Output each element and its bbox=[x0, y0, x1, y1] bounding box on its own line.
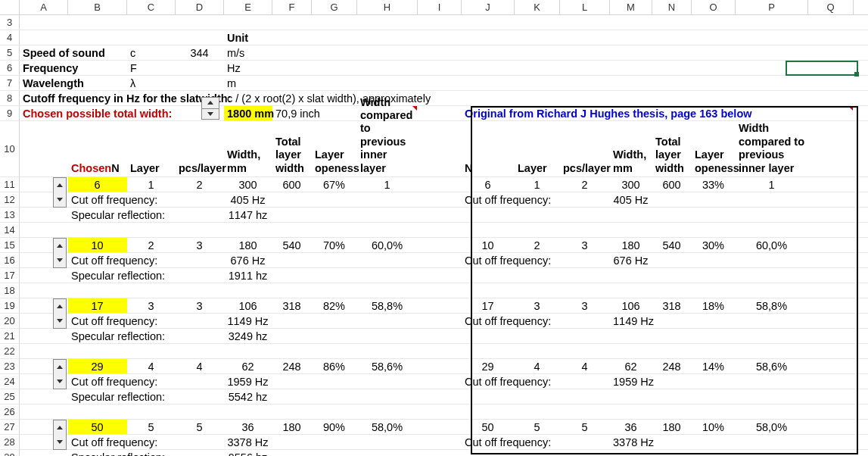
layer-val[interactable]: 1 bbox=[127, 177, 176, 192]
cell[interactable] bbox=[272, 61, 312, 75]
cell[interactable] bbox=[127, 15, 176, 30]
cell[interactable] bbox=[462, 30, 515, 45]
cell[interactable] bbox=[176, 253, 224, 267]
cell[interactable] bbox=[652, 192, 692, 207]
cutoff-label[interactable]: Cut off frequency: bbox=[68, 435, 127, 449]
cell[interactable] bbox=[515, 61, 560, 75]
cell[interactable] bbox=[692, 223, 736, 237]
cmp-val[interactable]: 1 bbox=[357, 177, 418, 192]
width-val[interactable]: 62 bbox=[224, 359, 272, 373]
cell[interactable] bbox=[272, 314, 312, 328]
width-spinner-cell[interactable] bbox=[176, 106, 224, 120]
cell[interactable] bbox=[418, 329, 462, 343]
chosen-width-label[interactable]: Chosen possible total width: bbox=[20, 106, 68, 120]
cell[interactable] bbox=[692, 404, 736, 419]
cell[interactable] bbox=[312, 208, 357, 222]
cell[interactable] bbox=[127, 389, 176, 404]
cell[interactable] bbox=[652, 283, 692, 298]
row-header[interactable]: 9 bbox=[0, 106, 20, 120]
cell[interactable] bbox=[736, 192, 808, 207]
cell[interactable] bbox=[68, 61, 127, 75]
cell[interactable] bbox=[610, 344, 652, 358]
cell[interactable] bbox=[736, 208, 808, 222]
cell[interactable] bbox=[808, 91, 854, 105]
cell[interactable] bbox=[515, 106, 560, 120]
cell[interactable] bbox=[418, 61, 462, 75]
cell[interactable] bbox=[462, 15, 515, 30]
cell[interactable] bbox=[652, 253, 692, 267]
cmp-val-r[interactable]: 60,0% bbox=[736, 238, 808, 252]
cell[interactable] bbox=[462, 344, 515, 358]
cell[interactable] bbox=[692, 344, 736, 358]
cell[interactable] bbox=[127, 344, 176, 358]
cell[interactable] bbox=[127, 435, 176, 449]
row-header[interactable]: 21 bbox=[0, 329, 20, 343]
cell[interactable] bbox=[808, 121, 854, 176]
cell[interactable] bbox=[20, 253, 68, 267]
cmp-val-r[interactable]: 58,8% bbox=[736, 298, 808, 313]
row-header[interactable]: 18 bbox=[0, 283, 20, 298]
cell[interactable] bbox=[736, 91, 808, 105]
width-val-r[interactable]: 106 bbox=[610, 298, 652, 313]
n-val-r[interactable]: 6 bbox=[462, 177, 515, 192]
tlw-val[interactable]: 180 bbox=[272, 420, 312, 434]
cell[interactable] bbox=[176, 208, 224, 222]
cutoff-label-r[interactable]: Cut off frequency: bbox=[462, 314, 515, 328]
cell[interactable] bbox=[68, 76, 127, 90]
cell[interactable] bbox=[418, 344, 462, 358]
cell[interactable] bbox=[357, 45, 418, 60]
cell[interactable] bbox=[462, 45, 515, 60]
cell[interactable] bbox=[515, 268, 560, 283]
cell[interactable] bbox=[357, 450, 418, 456]
col-header-I[interactable]: I bbox=[418, 0, 462, 14]
cell[interactable] bbox=[68, 344, 127, 358]
cmp-val-r[interactable]: 58,0% bbox=[736, 420, 808, 434]
row-header[interactable]: 29 bbox=[0, 450, 20, 456]
cmp-val-r[interactable]: 58,6% bbox=[736, 359, 808, 373]
spinner-up-button[interactable] bbox=[54, 178, 66, 192]
cell[interactable] bbox=[652, 45, 692, 60]
cell[interactable] bbox=[312, 374, 357, 389]
pcs-val-r[interactable]: 3 bbox=[560, 298, 610, 313]
cell[interactable] bbox=[610, 223, 652, 237]
width-val-r[interactable]: 180 bbox=[610, 238, 652, 252]
cell[interactable] bbox=[357, 404, 418, 419]
cell[interactable] bbox=[272, 389, 312, 404]
cell[interactable] bbox=[176, 389, 224, 404]
cell[interactable] bbox=[272, 223, 312, 237]
frequency-label[interactable]: Frequency bbox=[20, 61, 68, 75]
cell[interactable] bbox=[652, 76, 692, 90]
hdr-layer-r[interactable]: Layer bbox=[515, 121, 560, 176]
col-header-E[interactable]: E bbox=[224, 0, 272, 14]
tlw-val-r[interactable]: 248 bbox=[652, 359, 692, 373]
specular-label[interactable]: Specular reflection: bbox=[68, 268, 127, 283]
cutoff-val-r[interactable]: 3378 Hz bbox=[610, 435, 652, 449]
n-val-r[interactable]: 50 bbox=[462, 420, 515, 434]
layer-val[interactable]: 5 bbox=[127, 420, 176, 434]
cell[interactable] bbox=[127, 106, 176, 120]
specular-val[interactable]: 1147 hz bbox=[224, 208, 272, 222]
cell[interactable] bbox=[20, 314, 68, 328]
cell[interactable] bbox=[20, 374, 68, 389]
cell[interactable] bbox=[692, 253, 736, 267]
cell[interactable] bbox=[418, 192, 462, 207]
cell[interactable] bbox=[176, 374, 224, 389]
cell[interactable] bbox=[418, 404, 462, 419]
cell[interactable] bbox=[560, 389, 610, 404]
specular-label[interactable]: Specular reflection: bbox=[68, 389, 127, 404]
cutoff-formula[interactable]: c / (2 x root(2) x slat width), approxim… bbox=[224, 91, 272, 105]
cell[interactable] bbox=[20, 329, 68, 343]
hdr-openess[interactable]: Layer openess bbox=[312, 121, 357, 176]
col-header-L[interactable]: L bbox=[560, 0, 610, 14]
cell[interactable] bbox=[462, 91, 515, 105]
cell[interactable] bbox=[312, 268, 357, 283]
cell[interactable] bbox=[808, 106, 854, 120]
cell[interactable] bbox=[418, 268, 462, 283]
spinner-down-button[interactable] bbox=[202, 108, 219, 120]
cell[interactable] bbox=[272, 253, 312, 267]
col-header-B[interactable]: B bbox=[68, 0, 127, 14]
cell[interactable] bbox=[808, 45, 854, 60]
cell[interactable] bbox=[127, 329, 176, 343]
cell[interactable] bbox=[560, 30, 610, 45]
cell[interactable] bbox=[357, 268, 418, 283]
